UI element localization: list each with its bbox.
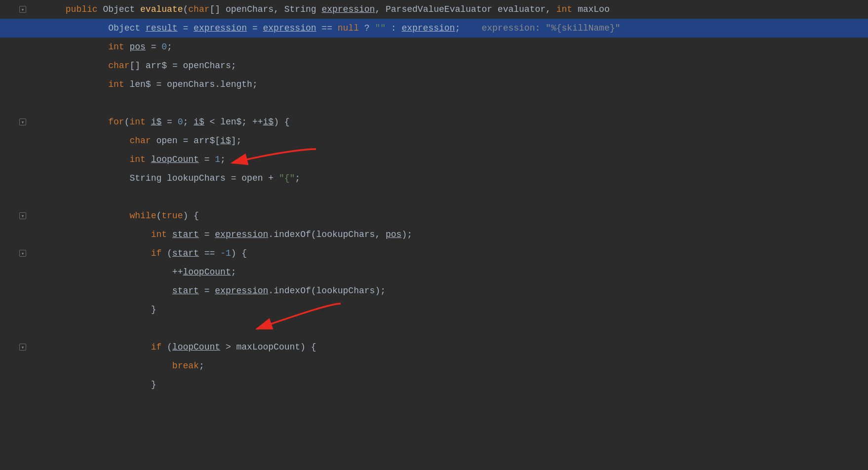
token: i$: [220, 136, 231, 146]
token: ) {: [274, 117, 289, 127]
token: }: [151, 305, 157, 314]
token: );: [401, 230, 412, 239]
token: int: [108, 79, 129, 89]
token: expression: [263, 23, 316, 33]
token: 0: [161, 42, 167, 52]
token: [66, 79, 108, 89]
token: [66, 211, 130, 221]
line-content-6: [31, 98, 868, 108]
token: open: [241, 173, 263, 183]
token: 0: [178, 117, 183, 127]
token: "{": [279, 173, 295, 183]
token: start: [172, 248, 199, 258]
token: true: [161, 211, 183, 221]
token: ;: [295, 173, 300, 183]
token: [66, 23, 108, 33]
token: (: [124, 117, 130, 127]
token: openChars: [167, 79, 215, 89]
code-line-21: }: [0, 375, 868, 394]
token: result: [146, 23, 178, 33]
fold-icon-1[interactable]: ▾: [19, 6, 26, 13]
token: (: [167, 248, 172, 258]
token: [66, 42, 108, 52]
gutter-1: ▾: [4, 6, 31, 13]
token: ,: [375, 4, 386, 14]
token: [66, 155, 130, 164]
token: (: [311, 230, 316, 239]
token: .: [268, 286, 274, 296]
gutter-7: ▾: [4, 118, 31, 125]
token: int: [129, 117, 151, 127]
token: );: [375, 286, 386, 296]
token: expression: "%{skillName}": [460, 23, 620, 33]
token: +: [263, 173, 279, 183]
token: int: [151, 230, 172, 239]
token: char: [129, 136, 156, 146]
token: .: [215, 79, 220, 89]
line-content-21: }: [31, 370, 868, 399]
fold-icon-7[interactable]: ▾: [19, 118, 26, 125]
token: [66, 342, 151, 352]
token: loopCount: [183, 267, 231, 277]
token: ++: [252, 117, 263, 127]
token: char: [108, 61, 129, 71]
token: len$: [220, 117, 241, 127]
token: =: [199, 286, 215, 296]
token: >: [220, 342, 236, 352]
token: if: [151, 248, 167, 258]
token: ,: [375, 230, 386, 239]
token: [66, 305, 151, 314]
token: lookupChars: [316, 230, 375, 239]
token: if: [151, 342, 167, 352]
token: Object: [103, 4, 140, 14]
gutter-14: ▾: [4, 250, 31, 257]
token: ;: [167, 42, 172, 52]
token: expression: [215, 286, 268, 296]
token: [66, 173, 130, 183]
token: =: [146, 42, 161, 52]
token: evaluator: [498, 4, 546, 14]
token: [66, 248, 151, 258]
token: [66, 230, 151, 239]
token: 1: [215, 155, 220, 164]
token: char: [188, 4, 209, 14]
token: -1: [220, 248, 231, 258]
token: =: [178, 23, 194, 33]
token: expression: [401, 23, 455, 33]
token: openChars: [183, 61, 231, 71]
token: start: [172, 230, 199, 239]
token: [66, 361, 172, 371]
gutter-12: ▾: [4, 212, 31, 219]
token: arr$: [194, 136, 215, 146]
token: expression: [194, 23, 247, 33]
token: i$: [194, 117, 204, 127]
token: ++: [172, 267, 183, 277]
fold-icon-19[interactable]: ▾: [19, 344, 26, 351]
token: ;: [241, 117, 252, 127]
token: }: [151, 380, 157, 390]
token: String: [284, 4, 322, 14]
token: ;: [231, 267, 237, 277]
token: evaluate: [140, 4, 183, 14]
token: []: [129, 61, 145, 71]
token: ;: [183, 117, 194, 127]
token: int: [556, 4, 578, 14]
token: ;: [455, 23, 460, 33]
token: lookupChars: [316, 286, 375, 296]
token: :: [386, 23, 401, 33]
token: indexOf: [274, 286, 311, 296]
token: loopCount: [172, 342, 220, 352]
fold-icon-12[interactable]: ▾: [19, 212, 26, 219]
code-line-17: }: [0, 300, 868, 319]
token: len$: [129, 79, 151, 89]
token: expression: [321, 4, 375, 14]
token: =: [199, 155, 215, 164]
token: =: [226, 173, 241, 183]
token: ) {: [231, 248, 247, 258]
token: arr$: [146, 61, 167, 71]
token: [66, 117, 108, 127]
token: [66, 267, 172, 277]
token: length: [220, 79, 252, 89]
token: i$: [151, 117, 162, 127]
fold-icon-14[interactable]: ▾: [19, 250, 26, 257]
